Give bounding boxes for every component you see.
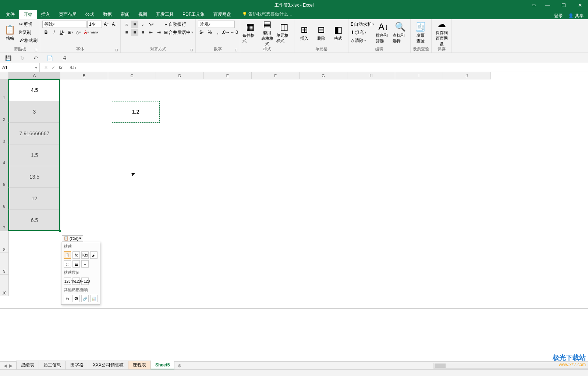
ribbon-display-options[interactable]: ▭ (529, 3, 538, 8)
phonetic-button[interactable]: wén (91, 29, 98, 36)
cell-a3[interactable]: 7.916666667 (9, 123, 60, 144)
cell-a7[interactable]: 6.5 (9, 210, 60, 231)
paste-opt-values-number[interactable]: %123 (72, 277, 80, 285)
accounting-format-button[interactable]: $ (198, 29, 205, 36)
paste-button[interactable]: 📋粘贴 (2, 21, 18, 45)
clear-button[interactable]: ◇清除 (351, 37, 374, 44)
row-header-1[interactable]: 1 (0, 79, 9, 101)
font-color-button[interactable]: A (83, 29, 90, 36)
paste-opt-values[interactable]: 123 (64, 277, 71, 285)
number-format-combo[interactable]: 常规 (198, 21, 235, 28)
qat-print-button[interactable]: 🖨 (62, 55, 67, 61)
increase-indent-button[interactable]: ⇥ (155, 29, 163, 36)
paste-opt-transpose[interactable]: ↔ (81, 260, 89, 268)
paste-opt-all[interactable]: 📋 (64, 251, 71, 259)
font-launcher[interactable]: ⊡ (115, 48, 118, 52)
paste-opt-values-source-fmt[interactable]: ↔123 (81, 277, 89, 285)
clipboard-launcher[interactable]: ⊡ (35, 48, 38, 52)
tell-me-search[interactable]: 告诉我您想要做什么… (242, 11, 293, 19)
add-sheet-button[interactable]: ⊕ (174, 362, 185, 369)
invoice-check-button[interactable]: 🧾发票 查验 (413, 21, 428, 45)
sheet-tab-scores[interactable]: 成绩表 (16, 361, 39, 369)
sheet-tab-sales[interactable]: XXX公司销售额 (88, 361, 128, 369)
formula-input[interactable]: 4.5 (67, 63, 588, 72)
tab-developer[interactable]: 开发工具 (152, 10, 178, 19)
delete-cells-button[interactable]: ⊟删除 (314, 21, 329, 45)
cut-button[interactable]: ✂剪切 (19, 21, 38, 28)
format-as-table-button[interactable]: ▤套用 表格格式 (259, 21, 275, 45)
align-middle-button[interactable]: ≡ (131, 21, 138, 28)
sheet-tab-employees[interactable]: 员工信息 (39, 361, 66, 369)
maximize-button[interactable]: ☐ (556, 0, 572, 10)
cell-c2[interactable]: 1.2 (112, 101, 160, 123)
enter-formula-button[interactable]: ✓ (52, 65, 55, 70)
align-bottom-button[interactable]: ⌄ (139, 21, 146, 28)
tab-data[interactable]: 数据 (99, 10, 116, 19)
col-header-g[interactable]: G (300, 72, 347, 79)
col-header-e[interactable]: E (204, 72, 252, 79)
italic-button[interactable]: I (50, 29, 58, 36)
font-name-combo[interactable]: 等线 (42, 21, 86, 28)
col-header-h[interactable]: H (347, 72, 395, 79)
row-header-6[interactable]: 6 (0, 188, 9, 210)
row-header-3[interactable]: 3 (0, 123, 9, 144)
col-header-i[interactable]: I (395, 72, 443, 79)
cancel-formula-button[interactable]: ✕ (44, 65, 48, 70)
sheet-tab-course[interactable]: 课程表 (128, 361, 151, 369)
align-top-button[interactable]: ⌅ (123, 21, 130, 28)
qat-redo-button[interactable]: ↻ (20, 55, 25, 61)
tab-pdf-tools[interactable]: PDF工具集 (178, 10, 209, 19)
col-header-j[interactable]: J (443, 72, 491, 79)
sheet-nav-prev[interactable]: ◀ (4, 363, 7, 368)
paste-opt-no-borders[interactable]: ⬚ (64, 260, 71, 268)
paste-opt-link[interactable]: 🖼 (72, 295, 80, 302)
name-box[interactable]: A1▾ (0, 63, 40, 72)
paste-opt-picture[interactable]: 🔗 (81, 295, 89, 302)
col-header-f[interactable]: F (252, 72, 300, 79)
row-header-8[interactable]: 8 (0, 231, 9, 253)
row-header-4[interactable]: 4 (0, 144, 9, 166)
sheet-nav-next[interactable]: ▶ (9, 363, 13, 368)
align-left-button[interactable]: ≡ (123, 29, 130, 36)
horizontal-scrollbar[interactable] (433, 363, 588, 369)
format-painter-button[interactable]: 🖌格式刷 (19, 37, 38, 44)
underline-button[interactable]: U (59, 29, 66, 36)
tab-formulas[interactable]: 公式 (81, 10, 99, 19)
increase-decimal-button[interactable]: .0→ (222, 29, 230, 36)
col-header-a[interactable]: A (9, 72, 60, 79)
fill-color-button[interactable]: ◇ (75, 29, 82, 36)
close-button[interactable]: ✕ (572, 0, 588, 10)
bold-button[interactable]: B (42, 29, 50, 36)
minimize-button[interactable]: — (539, 0, 556, 10)
sort-filter-button[interactable]: A↓排序和筛选 (376, 21, 391, 45)
tab-page-layout[interactable]: 页面布局 (54, 10, 81, 19)
align-right-button[interactable]: ≡ (139, 29, 146, 36)
tab-baidu-netdisk[interactable]: 百度网盘 (209, 10, 235, 19)
col-header-c[interactable]: C (108, 72, 156, 79)
cell-styles-button[interactable]: ◫单元格样式 (276, 21, 292, 45)
find-select-button[interactable]: 🔍查找和选择 (393, 21, 408, 45)
insert-function-button[interactable]: fx (59, 65, 62, 70)
name-box-dropdown-icon[interactable]: ▾ (35, 65, 37, 70)
format-cells-button[interactable]: ◧格式 (330, 21, 346, 45)
paste-opt-linked-picture[interactable]: 📊 (90, 295, 98, 302)
autosum-button[interactable]: Σ自动求和 (351, 21, 374, 28)
cell-a2[interactable]: 3 (9, 101, 60, 123)
fill-button[interactable]: ⬇填充 (351, 29, 374, 36)
number-launcher[interactable]: ⊡ (235, 48, 238, 52)
insert-cells-button[interactable]: ⊞插入 (297, 21, 312, 45)
border-button[interactable]: ⊞ (67, 29, 74, 36)
tab-view[interactable]: 视图 (134, 10, 152, 19)
row-header-10[interactable]: 10 (0, 275, 9, 296)
decrease-indent-button[interactable]: ⇤ (147, 29, 155, 36)
cell-a6[interactable]: 12 (9, 188, 60, 210)
wrap-text-button[interactable]: ⤶自动换行 (164, 21, 193, 28)
paste-opt-keep-col-width[interactable]: ⬓ (72, 260, 80, 268)
col-header-d[interactable]: D (156, 72, 204, 79)
cell-a5[interactable]: 13.5 (9, 166, 60, 188)
paste-opt-formulas-number[interactable]: %fx (81, 251, 89, 259)
sheet-tab-sheet5[interactable]: Sheet5 (150, 361, 174, 369)
ribbon-opts-icon[interactable]: ▭ (529, 3, 538, 8)
col-header-b[interactable]: B (60, 72, 108, 79)
row-header-7[interactable]: 7 (0, 210, 9, 231)
